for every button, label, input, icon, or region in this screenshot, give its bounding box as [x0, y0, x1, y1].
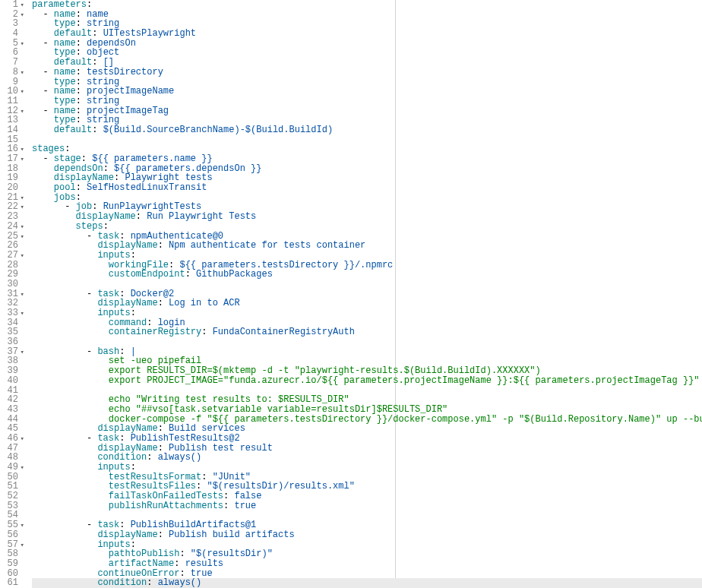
line-number[interactable]: 49▾: [2, 463, 18, 473]
yaml-key: customEndpoint: [109, 269, 185, 280]
code-line[interactable]: - name: projectImageName: [32, 87, 702, 96]
boolean-literal: true: [234, 501, 256, 511]
line-number[interactable]: 39: [2, 366, 18, 376]
line-number[interactable]: 43: [2, 405, 18, 415]
yaml-value: Run Playwright Tests: [147, 211, 256, 222]
line-number[interactable]: 56: [2, 530, 18, 540]
token: :: [185, 269, 196, 280]
code-line[interactable]: export PROJECT_IMAGE="funda.azurecr.io/$…: [32, 376, 702, 386]
code-line[interactable]: - name: name: [32, 10, 702, 20]
yaml-key: condition: [97, 577, 147, 588]
token: :: [201, 327, 212, 337]
code-line[interactable]: customEndpoint: GithubPackages: [32, 270, 702, 280]
yaml-key: publishRunAttachments: [109, 501, 223, 511]
token: :: [147, 452, 157, 463]
code-area[interactable]: parameters: - name: name type: string de…: [23, 0, 702, 588]
token: [32, 327, 109, 337]
yaml-key: containerRegistry: [109, 327, 201, 337]
code-editor[interactable]: 1▾2▾345▾678▾910▾1112▾13141516▾17▾1819202…: [0, 0, 702, 588]
yaml-value: always(): [158, 452, 202, 463]
line-number[interactable]: 1▾: [2, 0, 18, 10]
line-number[interactable]: 17▾: [2, 154, 18, 164]
token: :: [136, 211, 147, 222]
token: [32, 501, 109, 511]
line-number[interactable]: 10▾: [2, 87, 18, 96]
line-number[interactable]: 8▾: [2, 68, 18, 77]
token: :: [147, 577, 157, 588]
token: :: [223, 501, 234, 511]
yaml-value: Npm authenticate for tests container: [169, 240, 365, 251]
line-number[interactable]: 23: [2, 212, 18, 222]
code-line[interactable]: parameters:: [32, 0, 702, 10]
code-line[interactable]: pool: SelfHostedLinuxTransit: [32, 183, 702, 193]
token: :: [158, 240, 169, 251]
line-number[interactable]: 55▾: [2, 520, 18, 530]
code-line[interactable]: displayName: Run Playwright Tests: [32, 212, 702, 222]
yaml-value: SelfHostedLinuxTransit: [87, 182, 207, 193]
line-number[interactable]: 11: [2, 96, 18, 106]
token: [32, 577, 97, 588]
code-line[interactable]: - name: projectImageTag: [32, 106, 702, 116]
yaml-value: Publish build artifacts: [169, 530, 295, 540]
yaml-key: default: [54, 125, 92, 135]
block-scalar-text: export PROJECT_IMAGE="funda.azurecr.io/$…: [109, 375, 700, 386]
yaml-value: always(): [158, 577, 202, 588]
line-number[interactable]: 59: [2, 559, 18, 569]
line-number[interactable]: 20: [2, 183, 18, 193]
code-line[interactable]: condition: always(): [32, 578, 702, 588]
line-number[interactable]: 27▾: [2, 251, 18, 261]
line-number-gutter[interactable]: 1▾2▾345▾678▾910▾1112▾13141516▾17▾1819202…: [0, 0, 23, 588]
yaml-value: FundaContainerRegistryAuth: [213, 327, 355, 337]
yaml-value: Log in to ACR: [169, 298, 240, 308]
code-line[interactable]: containerRegistry: FundaContainerRegistr…: [32, 327, 702, 337]
code-line[interactable]: type: object: [32, 48, 702, 58]
line-number[interactable]: 40: [2, 376, 18, 386]
line-number[interactable]: 52: [2, 492, 18, 501]
line-number[interactable]: 42: [2, 395, 18, 405]
token: :: [158, 530, 169, 540]
token: [32, 269, 109, 280]
line-number[interactable]: 7: [2, 58, 18, 68]
line-number[interactable]: 46▾: [2, 434, 18, 444]
line-number[interactable]: 24▾: [2, 222, 18, 232]
code-line[interactable]: - name: testsDirectory: [32, 68, 702, 77]
token: :: [158, 298, 169, 308]
line-number[interactable]: 14: [2, 125, 18, 135]
line-number[interactable]: 33▾: [2, 308, 18, 318]
code-line[interactable]: publishRunAttachments: true: [32, 501, 702, 511]
code-line[interactable]: - name: dependsOn: [32, 39, 702, 49]
line-number[interactable]: 36: [2, 337, 18, 347]
line-number[interactable]: 58: [2, 549, 18, 559]
yaml-value: GithubPackages: [196, 269, 273, 280]
code-line[interactable]: default: $(Build.SourceBranchName)-$(Bui…: [32, 125, 702, 135]
line-number[interactable]: 26: [2, 241, 18, 251]
token: :: [92, 125, 103, 135]
yaml-value: $(Build.SourceBranchName)-$(Build.BuildI…: [103, 125, 333, 135]
token: [32, 375, 109, 386]
line-number[interactable]: 4: [2, 29, 18, 39]
code-line[interactable]: [32, 135, 702, 145]
line-number[interactable]: 30: [2, 280, 18, 289]
token: [32, 125, 54, 135]
